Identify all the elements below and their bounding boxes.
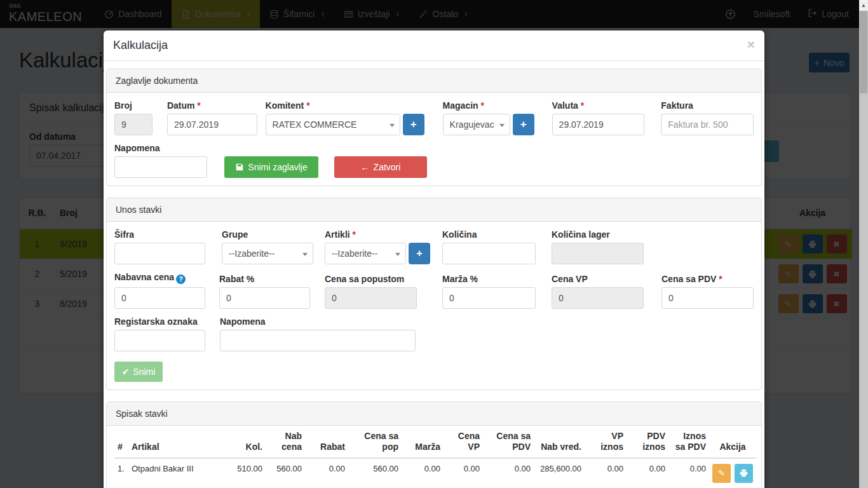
item-row: 1. Otpadni Bakar III 510.00 560.00 0.00 … [114, 458, 756, 488]
kolicina-label: Količina [442, 229, 536, 240]
col-akcija: Akcija [709, 426, 756, 458]
panel-title: Zaglavlje dokumenta [107, 69, 761, 93]
cena-sa-pdv-input[interactable] [661, 287, 754, 309]
registarska-oznaka-label: Registarska oznaka [114, 316, 205, 327]
add-artikal-button[interactable]: + [409, 243, 430, 264]
cena-sa-pdv-label: Cena sa PDV [661, 274, 716, 284]
add-komitent-button[interactable]: + [403, 114, 424, 135]
col-cena-sa-pop: Cena sa pop [348, 426, 402, 458]
valuta-input[interactable] [552, 114, 645, 135]
col-nab-vred: Nab vred. [534, 426, 585, 458]
panel-title: Spisak stavki [107, 402, 761, 426]
cell-cena-vp: 0.00 [444, 458, 483, 488]
col-cena-sa-pdv: Cena sa PDV [483, 426, 534, 458]
cell-rabat: 0.00 [305, 458, 348, 488]
magacin-value: Kragujevac [450, 119, 494, 130]
col-marza: Marža [402, 426, 444, 458]
modal-title: Kalkulacija [113, 39, 755, 52]
artikli-select[interactable]: --Izaberite-- [325, 243, 406, 264]
valuta-label: Valuta [552, 100, 578, 111]
question-circle-icon[interactable]: ? [176, 274, 186, 284]
komitent-value: RATEX COMMERCE [273, 119, 357, 130]
document-header-panel: Zaglavlje dokumenta Broj Datum * Komiten… [106, 69, 762, 186]
snimi-label: Snimi [133, 367, 155, 377]
kolicina-input[interactable] [442, 243, 536, 264]
faktura-input[interactable] [661, 114, 754, 135]
cena-vp-input [552, 287, 644, 309]
print-item-button[interactable] [735, 464, 753, 483]
registarska-oznaka-input[interactable] [114, 330, 205, 351]
select-caret-icon [499, 124, 505, 127]
printer-icon [740, 469, 748, 477]
scrollbar[interactable]: ▲ [859, 0, 868, 488]
col-nab-cena: Nab cena [266, 426, 305, 458]
napomena-stavka-input[interactable] [220, 330, 416, 351]
cell-vp-iznos: 0.00 [585, 458, 627, 488]
select-caret-icon [395, 253, 400, 256]
grupe-value: --Izaberite-- [229, 248, 275, 259]
marza-input[interactable] [442, 287, 536, 309]
datum-label: Datum [167, 100, 195, 111]
cena-sa-popustom-input [325, 287, 417, 309]
edit-item-button[interactable]: ✎ [712, 464, 731, 483]
cell-num: 1. [114, 458, 128, 488]
screen: aaa KAMELEON Dashboard Dokumenta ‹ Šifar… [0, 0, 868, 488]
save-icon [235, 163, 244, 172]
magacin-label: Magacin [443, 100, 478, 111]
scroll-up-icon[interactable]: ▲ [859, 0, 868, 11]
required-asterisk: * [353, 229, 356, 240]
kalkulacija-modal: Kalkulacija × Zaglavlje dokumenta Broj D… [104, 30, 764, 488]
required-asterisk: * [306, 100, 309, 111]
komitent-select[interactable]: RATEX COMMERCE [266, 114, 400, 135]
col-cena-vp: Cena VP [444, 426, 483, 458]
napomena-input[interactable] [114, 156, 207, 178]
cell-iznos-sa-pdv: 0.00 [668, 458, 709, 488]
komitent-label: Komitent [266, 100, 304, 111]
broj-label: Broj [114, 100, 153, 111]
cell-nab-cena: 560.00 [266, 458, 305, 488]
napomena-stavka-label: Napomena [220, 316, 416, 327]
snimi-zaglavlje-button[interactable]: Snimi zaglavlje [224, 156, 318, 178]
back-arrow-icon: ← [361, 162, 370, 172]
col-rabat: Rabat [305, 426, 348, 458]
napomena-label: Napomena [114, 143, 207, 153]
datum-input[interactable] [167, 114, 257, 135]
select-caret-icon [302, 253, 308, 256]
marza-label: Marža % [442, 274, 536, 284]
check-icon: ✔ [122, 367, 130, 377]
items-list-panel: Spisak stavki # Artikal Kol. Nab cena [106, 402, 762, 488]
grupe-label: Grupe [222, 229, 313, 240]
snimi-stavka-button[interactable]: ✔ Snimi [114, 362, 163, 382]
panel-title: Unos stavki [107, 198, 761, 222]
cell-cena-sa-pop: 560.00 [348, 458, 402, 488]
sifra-input[interactable] [114, 243, 205, 264]
col-vp-iznos: VP iznos [585, 426, 627, 458]
rabat-input[interactable] [219, 287, 310, 309]
cena-vp-label: Cena VP [552, 274, 644, 284]
nabavna-cena-input[interactable] [114, 287, 205, 309]
magacin-select[interactable]: Kragujevac [443, 114, 510, 135]
broj-input [114, 114, 153, 135]
kolicina-lager-input [552, 243, 644, 264]
cell-kol: 510.00 [224, 458, 266, 488]
close-icon[interactable]: × [747, 38, 755, 51]
zatvori-button[interactable]: ← Zatvori [334, 156, 427, 178]
items-table: # Artikal Kol. Nab cena Rabat Cena sa po… [114, 426, 756, 488]
zatvori-label: Zatvori [374, 162, 401, 172]
rabat-label: Rabat % [219, 274, 310, 284]
col-kol: Kol. [224, 426, 266, 458]
nabavna-cena-label: Nabavna cena [114, 272, 174, 282]
add-magacin-button[interactable]: + [513, 114, 534, 135]
kolicina-lager-label: Količina lager [552, 229, 644, 240]
sifra-label: Šifra [114, 229, 205, 240]
required-asterisk: * [481, 100, 484, 111]
col-pdv-iznos: PDV iznos [627, 426, 668, 458]
required-asterisk: * [581, 100, 584, 111]
cena-sa-popustom-label: Cena sa popustom [325, 274, 417, 284]
required-asterisk: * [197, 100, 200, 111]
cell-nab-vred: 285,600.00 [534, 458, 585, 488]
scrollbar-thumb[interactable] [860, 11, 867, 93]
plus-icon: + [520, 118, 527, 131]
snimi-zaglavlje-label: Snimi zaglavlje [248, 162, 307, 172]
grupe-select[interactable]: --Izaberite-- [222, 243, 313, 264]
